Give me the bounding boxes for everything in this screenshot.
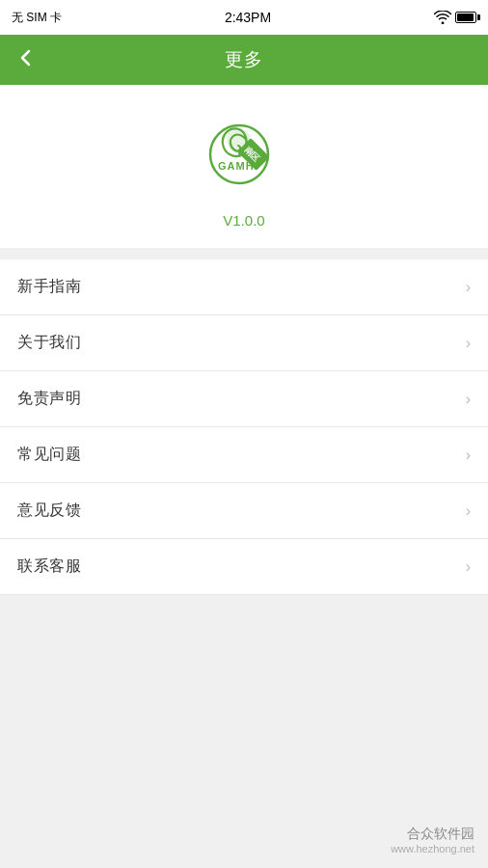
- watermark-url: www.hezhong.net: [391, 843, 474, 854]
- status-carrier: 无 SIM 卡: [12, 10, 62, 26]
- menu-item-about-us[interactable]: 关于我们›: [0, 315, 488, 371]
- battery-icon: [455, 12, 476, 23]
- wifi-icon: [434, 11, 451, 24]
- menu-label-feedback: 意见反馈: [17, 501, 81, 521]
- menu-label-contact-service: 联系客服: [17, 556, 81, 577]
- chevron-right-icon: ›: [466, 335, 471, 352]
- menu-label-beginner-guide: 新手指南: [17, 277, 81, 297]
- status-bar: 无 SIM 卡 2:43PM: [0, 0, 488, 35]
- status-time: 2:43PM: [225, 10, 271, 25]
- menu-item-contact-service[interactable]: 联系客服›: [0, 539, 488, 595]
- menu-label-faq: 常见问题: [17, 445, 81, 465]
- app-logo: GAMH 南区: [201, 114, 287, 201]
- menu-item-disclaimer[interactable]: 免责声明›: [0, 371, 488, 427]
- chevron-right-icon: ›: [466, 502, 471, 520]
- version-label: V1.0.0: [223, 212, 264, 229]
- chevron-right-icon: ›: [466, 279, 471, 296]
- status-icons: [434, 11, 476, 24]
- watermark: 合众软件园 www.hezhong.net: [391, 826, 474, 854]
- menu-item-faq[interactable]: 常见问题›: [0, 427, 488, 483]
- logo-section: GAMH 南区 V1.0.0: [0, 85, 488, 248]
- chevron-right-icon: ›: [466, 447, 471, 464]
- menu-item-beginner-guide[interactable]: 新手指南›: [0, 259, 488, 315]
- page-title: 更多: [225, 47, 263, 72]
- nav-bar: 更多: [0, 35, 488, 85]
- chevron-right-icon: ›: [466, 558, 471, 576]
- chevron-right-icon: ›: [466, 391, 471, 408]
- menu-label-about-us: 关于我们: [17, 333, 81, 353]
- menu-label-disclaimer: 免责声明: [17, 389, 81, 409]
- watermark-company: 合众软件园: [391, 826, 474, 843]
- menu-item-feedback[interactable]: 意见反馈›: [0, 483, 488, 539]
- back-button[interactable]: [15, 47, 37, 72]
- menu-list: 新手指南›关于我们›免责声明›常见问题›意见反馈›联系客服›: [0, 259, 488, 595]
